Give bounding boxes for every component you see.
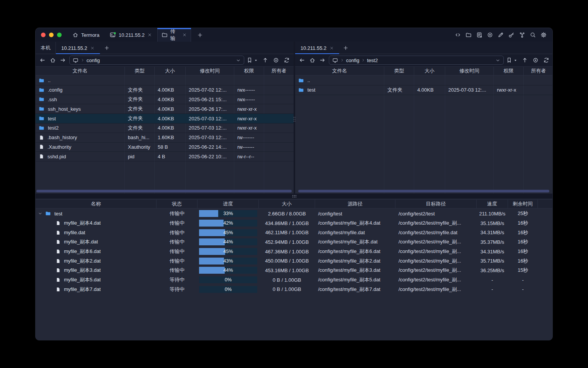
breadcrumb-segment[interactable]: config — [346, 58, 359, 63]
column-header-3[interactable]: 大小 — [414, 67, 445, 75]
horizontal-scrollbar[interactable] — [298, 190, 549, 192]
refresh-button[interactable] — [543, 57, 549, 63]
forward-button[interactable] — [60, 57, 66, 63]
file-row[interactable]: .XauthorityXauthority58 B2025-06-22 14:.… — [36, 143, 294, 152]
file-row[interactable]: test文件夹4.00KB2025-07-03 12:...rwxr-xr-x — [295, 85, 553, 95]
column-header-2[interactable]: 类型 — [384, 67, 414, 75]
file-row[interactable]: .. — [36, 76, 294, 85]
close-tab-icon[interactable] — [182, 33, 187, 37]
column-header-1[interactable]: 名称 — [36, 200, 157, 208]
expand-chevron-icon[interactable] — [38, 211, 42, 216]
parent-directory-button[interactable] — [522, 57, 528, 63]
breadcrumb-segment[interactable]: config — [87, 58, 100, 63]
minimize-window-button[interactable] — [49, 33, 54, 37]
file-row[interactable]: ssh_host_keys文件夹4.00KB2025-06-26 17:...r… — [36, 104, 294, 114]
new-pane-tab-button[interactable] — [104, 45, 109, 51]
tab-transfer-active[interactable]: 传输 — [157, 28, 191, 42]
file-icon — [56, 258, 60, 264]
tab-ssh-session[interactable]: 10.211.55.2 — [106, 28, 156, 42]
forward-button[interactable] — [319, 57, 325, 63]
column-header-8[interactable]: 剩余时间 — [508, 200, 538, 208]
cell-mtime: 2025-07-02 12:... — [186, 87, 234, 93]
column-header-4[interactable]: 修改时间 — [445, 67, 494, 75]
back-button[interactable] — [299, 57, 305, 63]
column-header-5[interactable]: 权限 — [234, 67, 264, 75]
transfer-row[interactable]: myfile_副本3.dat传输中44%453.16MB / 1.00GB/co… — [36, 266, 553, 275]
show-hidden-files-button[interactable] — [532, 57, 539, 63]
transfer-row[interactable]: myfile_副本5.dat等待中0%0 B / 1.00GB/config/t… — [36, 275, 553, 285]
close-tab-icon[interactable] — [147, 33, 152, 37]
edit-button[interactable] — [498, 32, 504, 38]
cell-type: Xauthority — [125, 144, 155, 150]
zoom-window-button[interactable] — [57, 33, 62, 37]
pane-tab-remote[interactable]: 10.211.55.2 — [295, 42, 339, 54]
new-pane-tab-button[interactable] — [343, 45, 348, 51]
pane-tab-local[interactable]: 本机 — [36, 42, 56, 54]
file-row[interactable]: test文件夹4.00KB2025-07-03 12:...rwxr-xr-x — [36, 114, 294, 123]
path-breadcrumb-field[interactable]: configtest2 — [329, 56, 504, 65]
parent-directory-button[interactable] — [262, 57, 268, 63]
file-row[interactable]: .config文件夹4.00KB2025-07-02 12:...rwx----… — [36, 85, 294, 95]
show-hidden-files-button[interactable] — [273, 57, 279, 63]
bookmark-button[interactable] — [506, 57, 512, 63]
horizontal-scrollbar[interactable] — [36, 190, 292, 192]
search-button[interactable] — [530, 32, 536, 38]
cell-target-path: /config/test2/test/myfile_副... — [395, 276, 477, 283]
log-button[interactable] — [476, 32, 482, 38]
transfer-row[interactable]: myfile_副本.dat传输中44%452.94MB / 1.00GB/con… — [36, 237, 553, 247]
folder-icon — [45, 211, 51, 216]
transfer-row[interactable]: myfile_副本4.dat传输中42%434.86MB / 1.00GB/co… — [36, 219, 553, 228]
settings-button[interactable] — [541, 32, 547, 38]
keymap-button[interactable] — [519, 32, 525, 38]
path-breadcrumb-field[interactable]: config — [69, 56, 244, 65]
transfer-row[interactable]: myfile_副本7.dat等待中0%0 B / 1.00GB/config/t… — [36, 285, 553, 294]
column-header-3[interactable]: 大小 — [155, 67, 186, 75]
breadcrumb-segment[interactable]: test2 — [367, 58, 378, 63]
file-row[interactable]: .. — [295, 76, 553, 85]
column-header-2[interactable]: 状态 — [157, 200, 198, 208]
column-header-1[interactable]: 文件名 — [295, 67, 384, 75]
back-button[interactable] — [39, 57, 46, 63]
home-button[interactable] — [309, 57, 315, 63]
code-button[interactable] — [455, 32, 461, 38]
close-window-button[interactable] — [41, 33, 46, 37]
chevron-down-icon[interactable] — [236, 58, 241, 63]
file-row[interactable]: sshd.pidpid4 B2025-06-22 10:...rw-r--r-- — [36, 152, 294, 161]
refresh-button[interactable] — [284, 57, 290, 63]
column-header-4[interactable]: 修改时间 — [186, 67, 234, 75]
column-header-5[interactable]: 权限 — [494, 67, 524, 75]
bookmark-caret-icon[interactable] — [514, 59, 517, 62]
close-tab-icon[interactable] — [90, 46, 95, 50]
column-header-6[interactable]: 所有者 — [524, 67, 553, 75]
progress-bar: 45% — [199, 248, 257, 255]
transfer-row[interactable]: myfile_副本2.dat传输中43%450.00MB / 1.00GB/co… — [36, 256, 553, 266]
file-row[interactable]: .bash_historybash_hi...1.60KB2025-07-03 … — [36, 133, 294, 143]
column-header-6[interactable]: 所有者 — [264, 67, 294, 75]
transfer-row[interactable]: test传输中33%2.66GB / 8.00GB/config/test/co… — [36, 209, 553, 219]
transfer-row[interactable]: myfile_副本6.dat传输中45%467.36MB / 1.00GB/co… — [36, 247, 553, 256]
record-button[interactable] — [487, 32, 493, 38]
file-row[interactable]: test2文件夹4.00KB2025-07-03 12:...rwxr-xr-x — [36, 123, 294, 133]
chevron-down-icon[interactable] — [495, 58, 500, 63]
pane-tab-remote[interactable]: 10.211.55.2 — [56, 42, 100, 54]
column-header-5[interactable]: 源路径 — [315, 200, 395, 208]
new-tab-button[interactable] — [193, 28, 207, 42]
transfer-row[interactable]: myfile.dat传输中45%462.11MB / 1.00GB/config… — [36, 228, 553, 237]
home-button[interactable] — [50, 57, 56, 63]
column-header-7[interactable]: 速度 — [477, 200, 508, 208]
transfer-panel-splitter[interactable] — [36, 194, 553, 199]
column-header-3[interactable]: 进度 — [198, 200, 259, 208]
column-header-6[interactable]: 目标路径 — [395, 200, 477, 208]
splitter-grip[interactable] — [292, 195, 297, 198]
close-tab-icon[interactable] — [330, 46, 334, 50]
tab-termora-home[interactable]: Termora — [69, 28, 103, 42]
file-row[interactable]: .ssh文件夹4.00KB2025-06-21 15:...rwx------ — [36, 95, 294, 105]
column-header-1[interactable]: 文件名 — [36, 67, 125, 75]
key-button[interactable] — [508, 32, 514, 38]
column-header-2[interactable]: 类型 — [125, 67, 155, 75]
bookmark-button[interactable] — [247, 57, 253, 63]
cell-transfer-name: myfile_副本6.dat — [36, 248, 157, 255]
column-header-4[interactable]: 大小 — [259, 200, 315, 208]
bookmark-caret-icon[interactable] — [254, 59, 258, 62]
folder-button[interactable] — [466, 32, 472, 38]
